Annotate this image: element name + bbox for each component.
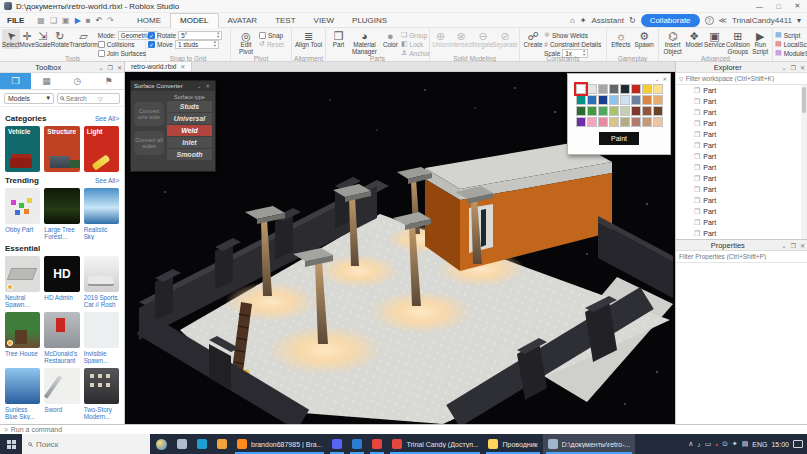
taskbar-trinal-candy-window[interactable]: Trinal Candy (Доступ... <box>387 434 483 454</box>
taskbar-task-view[interactable] <box>172 434 192 454</box>
toolbox-tab-marketplace[interactable]: ❒ <box>0 73 31 89</box>
pivot-snap-toggle[interactable]: ✓ Snap <box>259 31 289 39</box>
layout-grid-icon[interactable]: ▦ <box>37 16 45 25</box>
explorer-item-part[interactable]: ❒Part <box>694 85 807 96</box>
see-all-link[interactable]: See All> <box>95 115 119 122</box>
panel-collapse-icon[interactable]: ⌄ <box>780 64 789 71</box>
explorer-item-part[interactable]: ❒Part <box>694 162 807 173</box>
panel-popout-icon[interactable]: ❐ <box>789 64 798 71</box>
keyboard-icon[interactable]: ▤ <box>742 440 749 448</box>
explorer-item-part[interactable]: ❒Part <box>694 184 807 195</box>
viewport-canvas[interactable]: Surface Converter ⌄ ✕ Convert one side C… <box>125 72 675 424</box>
color-swatch[interactable] <box>598 84 608 94</box>
explorer-item-part[interactable]: ❒Part <box>694 195 807 206</box>
explorer-item-part[interactable]: ❒Part <box>694 206 807 217</box>
toolbox-item-hd-admin[interactable]: HDHD Admin <box>44 256 79 308</box>
color-swatch[interactable] <box>642 95 652 105</box>
tab-plugins[interactable]: PLUGINS <box>343 13 396 28</box>
clock[interactable]: 15:00 <box>771 441 789 448</box>
surface-type-smooth[interactable]: Smooth <box>167 149 212 160</box>
tab-close-icon[interactable]: ✕ <box>180 63 185 70</box>
tray-app-icon[interactable]: ⊙ <box>722 440 728 448</box>
snap-move-checkbox[interactable]: ✓ <box>148 41 155 48</box>
toolbox-item-neutral-spawn[interactable]: Neutral Spawn... <box>5 256 40 308</box>
color-swatch[interactable] <box>609 95 619 105</box>
intersect-button[interactable]: ⊗ Intersect <box>449 29 473 49</box>
taskbar-mail-app[interactable] <box>347 434 367 454</box>
color-swatch[interactable] <box>576 117 586 127</box>
tab-home[interactable]: HOME <box>128 13 170 28</box>
picker-collapse-icon[interactable]: ⌄ <box>655 76 660 82</box>
viewport-tab[interactable]: retro-world.rbxl ✕ <box>125 62 192 71</box>
lock-button[interactable]: ◧ Lock <box>401 40 427 48</box>
action-center-icon[interactable] <box>793 440 803 448</box>
new-file-icon[interactable]: ❏ <box>50 16 57 25</box>
explorer-item-part[interactable]: ❒Part <box>694 107 807 118</box>
surface-type-weld[interactable]: Weld <box>167 125 212 136</box>
color-swatch[interactable] <box>653 106 663 116</box>
volume-icon[interactable]: ♪ <box>697 441 701 448</box>
taskbar-search-input[interactable] <box>36 440 116 449</box>
color-swatch[interactable] <box>642 106 652 116</box>
pivot-snap-checkbox[interactable]: ✓ <box>259 32 266 39</box>
scale-tool-button[interactable]: ⇲ Scale <box>35 29 51 49</box>
panel-popout-icon[interactable]: ❐ <box>789 242 798 249</box>
explorer-item-part[interactable]: ❒Part <box>694 129 807 140</box>
toolbox-tab-recent[interactable]: ◷ <box>62 73 93 89</box>
toolbox-item-category-light[interactable]: Light <box>84 126 119 172</box>
color-swatch[interactable] <box>587 84 597 94</box>
color-swatch[interactable] <box>642 84 652 94</box>
taskbar-file-explorer-window[interactable]: Проводник <box>483 434 542 454</box>
union-button[interactable]: ⊕ Union <box>432 29 449 49</box>
display-icon[interactable]: ▭ <box>705 440 712 448</box>
color-swatch[interactable] <box>587 95 597 105</box>
sync-icon[interactable]: ↻ <box>629 16 636 25</box>
color-swatch[interactable] <box>609 117 619 127</box>
pivot-reset-button[interactable]: ↺ Reset <box>259 40 289 48</box>
tab-avatar[interactable]: AVATAR <box>219 13 267 28</box>
color-swatch[interactable] <box>587 106 597 116</box>
color-swatch[interactable] <box>587 117 597 127</box>
home-icon[interactable]: ⌂ <box>570 16 575 25</box>
effects-button[interactable]: ☼ Effects <box>609 29 633 49</box>
color-swatch[interactable] <box>620 95 630 105</box>
share-icon[interactable]: ≪ <box>719 16 727 25</box>
color-swatch[interactable] <box>620 117 630 127</box>
color-swatch[interactable] <box>653 95 663 105</box>
model-button[interactable]: ❖ Model <box>684 29 703 49</box>
toolbox-tab-inventory[interactable]: ▦ <box>31 73 62 89</box>
panel-close-icon[interactable]: ✕ <box>115 64 124 71</box>
color-swatch[interactable] <box>576 84 586 94</box>
align-tool-button[interactable]: ≣ Align Tool <box>294 29 323 49</box>
assistant-button[interactable]: Assistant <box>591 16 623 25</box>
constraint-details-button[interactable]: # Constraint Details <box>544 40 604 48</box>
color-swatch[interactable] <box>598 106 608 116</box>
surface-type-universal[interactable]: Universal <box>167 113 212 124</box>
dialog-close-icon[interactable]: ✕ <box>203 83 212 89</box>
explorer-item-part[interactable]: ❒Part <box>694 228 807 239</box>
toolbox-search-input[interactable] <box>66 95 96 102</box>
transform-tool-button[interactable]: ▱ Transform <box>69 29 97 49</box>
taskbar-store-app[interactable] <box>212 434 232 454</box>
start-button[interactable] <box>0 434 22 454</box>
negate-button[interactable]: ⊖ Negate <box>473 29 493 49</box>
explorer-item-part[interactable]: ❒Part <box>694 151 807 162</box>
insert-script-button[interactable]: ▤ Script <box>775 31 807 39</box>
color-swatch[interactable] <box>631 117 641 127</box>
maximize-button[interactable]: □ <box>769 0 788 13</box>
explorer-item-part[interactable]: ❒Part <box>694 217 807 228</box>
run-script-button[interactable]: ▶ Run Script <box>751 29 770 56</box>
dialog-collapse-icon[interactable]: ⌄ <box>195 83 204 89</box>
toolbox-item-category-structure[interactable]: Structure <box>44 126 79 172</box>
toolbox-item-sunless-blue-sky[interactable]: Sunless Blue Sky... <box>5 368 40 420</box>
panel-collapse-icon[interactable]: ⌄ <box>780 242 789 249</box>
toolbox-search[interactable]: ▽ <box>57 93 120 104</box>
toolbox-item-large-tree-forest[interactable]: Large Tree Forest... <box>44 188 79 240</box>
username-label[interactable]: TrinalCandy4411 <box>732 16 792 25</box>
convert-one-side-button[interactable]: Convert one side <box>134 102 164 126</box>
toolbox-item-mcdonalds-restaurant[interactable]: McDonald's Restaurant <box>44 312 79 364</box>
taskbar-chrome-browser[interactable] <box>367 434 387 454</box>
taskbar-studio-window[interactable]: D:\документы\retro-... <box>543 434 636 454</box>
close-button[interactable]: ✕ <box>788 0 807 13</box>
color-swatch[interactable] <box>609 84 619 94</box>
